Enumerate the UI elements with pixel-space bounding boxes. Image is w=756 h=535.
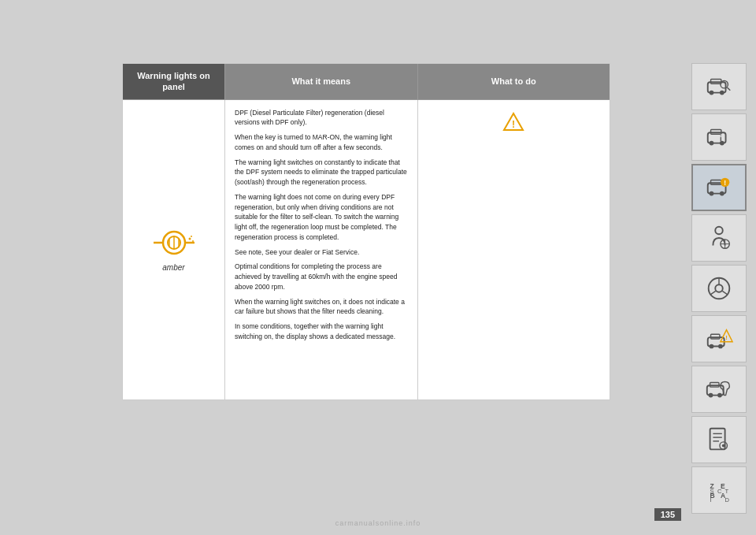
svg-rect-45: [710, 382, 719, 387]
svg-text:!: !: [724, 179, 726, 187]
svg-rect-39: [711, 334, 720, 339]
svg-point-7: [188, 238, 191, 240]
do-cell-inner: !: [502, 108, 524, 136]
sidebar-btn-alphabet[interactable]: Z E B A S C T I D: [691, 466, 747, 514]
do-cell: !: [418, 100, 610, 399]
svg-point-46: [709, 393, 713, 398]
svg-point-9: [191, 236, 192, 237]
svg-text:T: T: [725, 488, 729, 495]
svg-point-8: [192, 240, 194, 242]
svg-point-25: [710, 191, 714, 196]
svg-text:S: S: [710, 488, 714, 495]
svg-point-40: [710, 344, 714, 349]
svg-point-20: [710, 141, 714, 146]
svg-point-34: [715, 284, 723, 292]
svg-point-26: [720, 191, 724, 196]
means-para-2: When the key is turned to MAR-ON, the wa…: [235, 132, 408, 153]
svg-text:D: D: [725, 496, 730, 503]
svg-point-53: [722, 444, 725, 448]
svg-text:!: !: [725, 334, 728, 341]
means-para-5: See note, See your dealer or Fiat Servic…: [235, 247, 408, 258]
svg-point-14: [710, 91, 714, 95]
svg-rect-13: [711, 80, 721, 84]
means-para-4: The warning light does not come on durin…: [235, 192, 408, 243]
sidebar-btn-car-search[interactable]: [691, 63, 747, 110]
svg-text:!: !: [512, 119, 515, 130]
means-para-3: The warning light switches on constantly…: [235, 158, 408, 188]
sidebar-btn-car-wrench[interactable]: [691, 366, 747, 413]
svg-line-17: [727, 87, 730, 91]
means-para-8: In some conditions, together with the wa…: [235, 321, 408, 342]
svg-point-15: [720, 91, 724, 95]
sidebar-btn-person-wheel[interactable]: [691, 214, 747, 262]
sidebar-btn-settings-doc[interactable]: [691, 416, 747, 463]
table-header: Warning lights on panel What it means Wh…: [123, 64, 610, 100]
means-para-7: When the warning light switches on, it d…: [235, 297, 408, 318]
svg-text:I: I: [710, 496, 712, 503]
col-do-header: What to do: [418, 64, 610, 99]
svg-point-47: [717, 393, 722, 398]
warning-triangle-icon: !: [502, 111, 524, 136]
col-means-header: What it means: [225, 64, 418, 99]
svg-point-29: [715, 227, 723, 235]
svg-line-37: [722, 291, 727, 294]
means-para-6: Optimal conditions for completing the pr…: [235, 262, 408, 292]
right-sidebar: i !: [691, 63, 748, 514]
svg-text:C: C: [717, 488, 722, 495]
watermark: carmanualsonline.info: [335, 519, 421, 527]
svg-point-41: [718, 344, 723, 349]
col-warning-header: Warning lights on panel: [123, 64, 225, 99]
means-para-1: DPF (Diesel Particulate Filter) regenera…: [235, 108, 408, 128]
sidebar-btn-car-triangle[interactable]: !: [691, 315, 747, 362]
svg-text:i: i: [720, 134, 722, 143]
sidebar-btn-steering-wheel[interactable]: [691, 265, 747, 312]
table-row: amber DPF (Diesel Particulate Filter) re…: [123, 100, 610, 399]
page-number: 135: [654, 508, 681, 521]
sidebar-btn-car-info[interactable]: i: [691, 113, 747, 161]
sidebar-btn-warning-light[interactable]: !: [691, 164, 747, 211]
warning-light-cell: amber: [123, 100, 225, 399]
main-content: Warning lights on panel What it means Wh…: [122, 63, 610, 400]
dpf-icon: [150, 227, 198, 258]
amber-label: amber: [162, 263, 184, 272]
means-cell: DPF (Diesel Particulate Filter) regenera…: [225, 100, 418, 399]
svg-line-36: [711, 291, 716, 294]
